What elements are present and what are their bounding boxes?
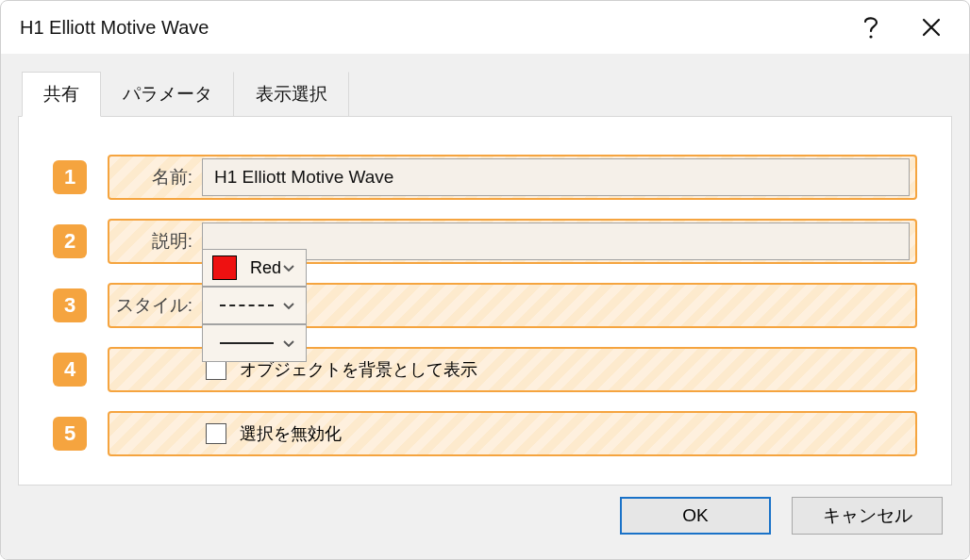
svg-point-0 xyxy=(869,35,872,38)
row-strip: 選択を無効化 xyxy=(108,411,917,456)
badge-2: 2 xyxy=(53,224,87,258)
row-strip: スタイル: Red xyxy=(108,283,917,328)
row-disable-selection: 5 選択を無効化 xyxy=(53,411,917,456)
window-title: H1 Elliott Motive Wave xyxy=(20,17,841,39)
tab-label: パラメータ xyxy=(123,84,212,104)
label-style: スタイル: xyxy=(109,293,202,318)
line-width-select[interactable] xyxy=(202,324,307,362)
row-style: 3 スタイル: Red xyxy=(53,283,917,328)
row-strip: 名前: xyxy=(108,155,917,200)
name-input[interactable] xyxy=(202,158,910,196)
dialog-footer: OK キャンセル xyxy=(18,486,952,546)
tab-label: 共有 xyxy=(43,84,79,104)
chevron-down-icon xyxy=(281,260,296,275)
button-label: OK xyxy=(682,505,708,526)
chevron-down-icon xyxy=(281,298,296,313)
tab-visibility[interactable]: 表示選択 xyxy=(234,72,349,117)
label-description: 説明: xyxy=(109,229,202,254)
badge-5: 5 xyxy=(53,417,87,451)
button-label: キャンセル xyxy=(823,503,912,528)
description-input[interactable] xyxy=(202,222,910,260)
row-description: 2 説明: xyxy=(53,219,917,264)
row-draw-background: 4 オブジェクトを背景として表示 xyxy=(53,347,917,392)
close-button[interactable] xyxy=(901,5,962,50)
badge-4: 4 xyxy=(53,353,87,387)
close-icon xyxy=(921,17,942,38)
tab-common[interactable]: 共有 xyxy=(22,72,101,117)
tab-label: 表示選択 xyxy=(256,84,327,104)
row-name: 1 名前: xyxy=(53,155,917,200)
client-area: 共有 パラメータ 表示選択 1 名前: 2 説明: xyxy=(1,54,969,559)
style-controls: Red xyxy=(202,249,307,362)
badge-1: 1 xyxy=(53,160,87,194)
help-button[interactable] xyxy=(841,5,901,50)
color-swatch-icon xyxy=(212,255,237,280)
solid-line-icon xyxy=(220,342,274,344)
line-style-select[interactable] xyxy=(202,287,307,324)
cancel-button[interactable]: キャンセル xyxy=(792,497,943,535)
checkbox-label: 選択を無効化 xyxy=(240,422,342,445)
tabs: 共有 パラメータ 表示選択 xyxy=(18,71,952,116)
checkbox-icon xyxy=(206,359,226,380)
dashed-line-icon xyxy=(220,305,274,306)
chevron-down-icon xyxy=(281,336,296,351)
color-select[interactable]: Red xyxy=(202,249,307,287)
titlebar: H1 Elliott Motive Wave xyxy=(1,1,969,54)
checkbox-draw-background[interactable]: オブジェクトを背景として表示 xyxy=(202,358,915,381)
checkbox-disable-selection[interactable]: 選択を無効化 xyxy=(202,422,915,445)
tab-body: 1 名前: 2 説明: 3 xyxy=(18,116,952,486)
badge-3: 3 xyxy=(53,288,87,322)
form-rows: 1 名前: 2 説明: 3 xyxy=(53,155,917,456)
checkbox-icon xyxy=(206,423,226,444)
tab-parameters[interactable]: パラメータ xyxy=(101,72,234,117)
ok-button[interactable]: OK xyxy=(620,497,771,535)
help-icon xyxy=(861,14,880,41)
label-name: 名前: xyxy=(109,165,202,189)
dialog-window: H1 Elliott Motive Wave 共有 パラメータ 表示選択 1 xyxy=(0,0,970,560)
color-name: Red xyxy=(250,258,281,278)
